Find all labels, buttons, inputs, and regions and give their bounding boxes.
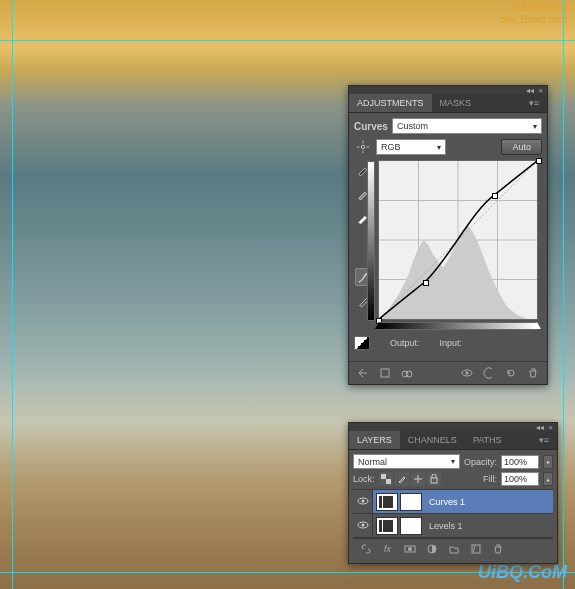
reset-icon[interactable] [503,366,519,380]
tab-adjustments[interactable]: ADJUSTMENTS [349,94,432,112]
panel-menu-icon[interactable]: ▾≡ [521,94,547,112]
opacity-input[interactable]: 100% [501,455,539,469]
panel-menu-icon[interactable]: ▾≡ [531,431,557,449]
white-slider[interactable] [533,322,541,329]
trash-icon[interactable] [490,542,506,556]
panel-collapse-bar: ◂◂ × [349,86,547,94]
guide-horizontal[interactable] [0,40,575,41]
svg-point-23 [408,547,412,551]
blend-mode-select[interactable]: Normal [353,454,460,469]
fill-label: Fill: [483,474,497,484]
input-label: Input: [440,338,463,348]
layer-visibility-toggle[interactable] [353,514,373,537]
trash-icon[interactable] [525,366,541,380]
link-layers-icon[interactable] [358,542,374,556]
curve-path [379,161,537,319]
lock-position-icon[interactable] [411,472,425,486]
group-icon[interactable] [446,542,462,556]
svg-point-13 [466,372,469,375]
curve-point[interactable] [536,158,542,164]
layers-panel: ◂◂ × LAYERS CHANNELS PATHS ▾≡ Normal Opa… [348,422,558,564]
lock-transparency-icon[interactable] [379,472,393,486]
adjustments-footer [349,361,547,384]
layers-footer: fx [353,539,553,559]
preset-select[interactable]: Custom [392,118,542,134]
curves-type-label: Curves [354,121,388,132]
curve-point[interactable] [492,193,498,199]
layer-mask-thumb[interactable] [400,517,422,535]
lock-all-icon[interactable] [427,472,441,486]
adjustment-thumb-icon[interactable] [376,493,398,511]
layer-style-icon[interactable]: fx [380,542,396,556]
svg-point-0 [361,145,365,149]
auto-button[interactable]: Auto [501,139,542,155]
opacity-flyout-icon[interactable]: ▸ [543,455,553,469]
watermark-top: PS教程论坛 bbs.16xx8.com [500,2,567,26]
new-layer-icon[interactable] [468,542,484,556]
view-previous-icon[interactable] [481,366,497,380]
svg-rect-14 [381,474,386,479]
channel-select[interactable]: RGB [376,139,446,155]
tab-channels[interactable]: CHANNELS [400,431,465,449]
opacity-label: Opacity: [464,457,497,467]
panel-collapse-bar: ◂◂ × [349,423,557,431]
svg-text:fx: fx [384,544,392,554]
layer-item[interactable]: Curves 1 [353,490,553,514]
tab-layers[interactable]: LAYERS [349,431,400,449]
adjustments-tabs: ADJUSTMENTS MASKS ▾≡ [349,94,547,113]
return-to-list-icon[interactable] [355,366,371,380]
layer-visibility-toggle[interactable] [353,490,373,513]
layers-tabs: LAYERS CHANNELS PATHS ▾≡ [349,431,557,450]
svg-point-18 [361,499,364,502]
layer-name[interactable]: Curves 1 [425,497,553,507]
adjustments-panel: ◂◂ × ADJUSTMENTS MASKS ▾≡ Curves Custom … [348,85,548,385]
lock-label: Lock: [353,474,375,484]
layer-mask-icon[interactable] [402,542,418,556]
adjustment-layer-icon[interactable] [424,542,440,556]
fill-input[interactable]: 100% [501,472,539,486]
layer-mask-thumb[interactable] [400,493,422,511]
svg-rect-16 [431,478,437,483]
layer-name[interactable]: Levels 1 [425,521,553,531]
curve-point[interactable] [423,280,429,286]
clip-to-layer-icon[interactable] [399,366,415,380]
output-gradient [367,161,375,321]
adjustment-thumb-icon[interactable] [376,517,398,535]
svg-rect-15 [386,479,391,484]
clip-preview-icon[interactable] [354,336,370,350]
tab-masks[interactable]: MASKS [432,94,480,112]
layer-list: Curves 1 Levels 1 [353,489,553,539]
watermark-bottom: UiBQ.CoM [478,562,567,583]
guide-vertical[interactable] [563,0,564,589]
toggle-visibility-icon[interactable] [459,366,475,380]
svg-point-11 [406,371,412,377]
svg-rect-9 [381,369,389,377]
black-slider[interactable] [375,322,383,329]
layer-item[interactable]: Levels 1 [353,514,553,538]
input-gradient [378,322,538,330]
curves-graph[interactable] [378,160,538,320]
fill-flyout-icon[interactable]: ▸ [543,472,553,486]
tab-paths[interactable]: PATHS [465,431,510,449]
lock-icons [379,472,441,486]
lock-pixels-icon[interactable] [395,472,409,486]
svg-point-20 [361,523,364,526]
guide-vertical[interactable] [12,0,13,589]
target-adjust-icon[interactable] [354,138,372,156]
output-label: Output: [390,338,420,348]
expand-view-icon[interactable] [377,366,393,380]
